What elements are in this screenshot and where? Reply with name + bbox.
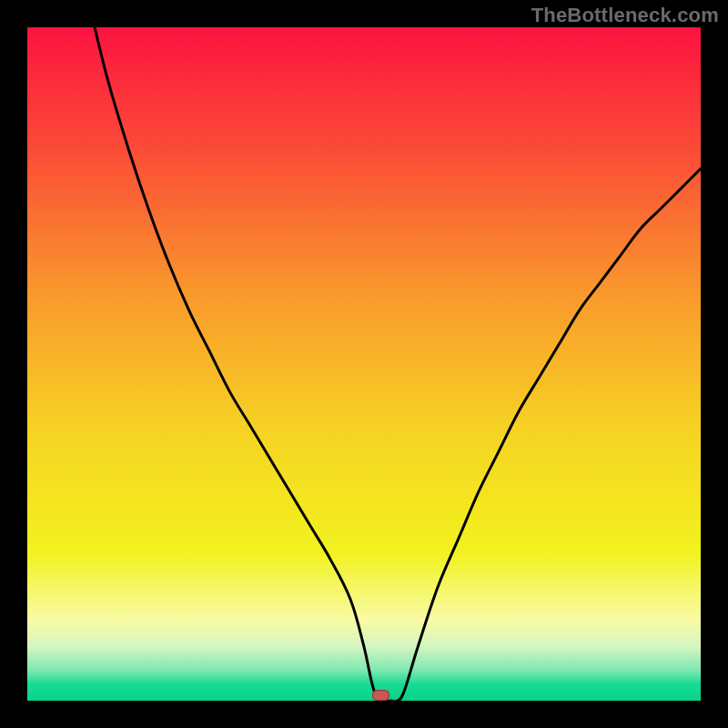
optimal-marker: [373, 691, 389, 701]
attribution-text: TheBottleneck.com: [531, 4, 719, 27]
bottleneck-chart: [27, 27, 701, 701]
gradient-background: [27, 27, 701, 701]
chart-frame: TheBottleneck.com: [0, 0, 728, 728]
plot-area: [27, 27, 701, 701]
